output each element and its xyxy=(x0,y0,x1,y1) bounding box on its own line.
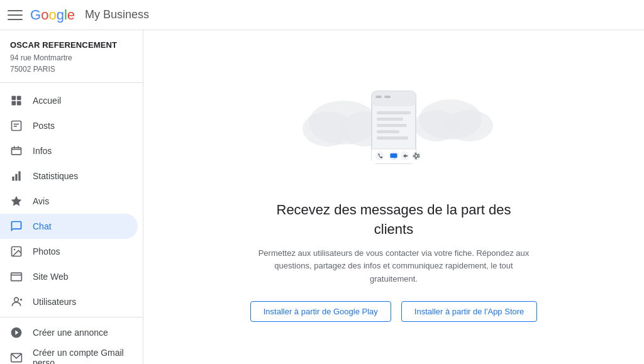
stats-icon xyxy=(10,170,23,182)
posts-icon xyxy=(10,119,23,132)
svg-point-16 xyxy=(14,249,15,251)
nav-divider xyxy=(0,317,143,317)
sidebar-item-photos-label: Photos xyxy=(33,246,60,256)
svg-rect-0 xyxy=(12,96,16,101)
business-info: OSCAR REFERENCEMENT 94 rue Montmartre 75… xyxy=(0,30,143,83)
svg-rect-30 xyxy=(372,91,416,106)
users-icon xyxy=(10,295,23,308)
website-icon xyxy=(10,270,23,283)
sidebar-item-site-web-label: Site Web xyxy=(33,272,69,282)
content-area: Recevez des messages de la part des clie… xyxy=(143,30,644,364)
app-title: My Business xyxy=(85,8,149,21)
svg-rect-35 xyxy=(377,124,407,127)
sidebar-item-avis-label: Avis xyxy=(33,196,49,206)
svg-point-28 xyxy=(445,110,493,141)
photos-icon xyxy=(10,245,23,258)
svg-rect-37 xyxy=(377,136,408,140)
sidebar-item-chat-label: Chat xyxy=(33,221,52,231)
sidebar-item-avis[interactable]: Avis xyxy=(0,189,138,214)
star-icon xyxy=(10,195,23,207)
svg-rect-2 xyxy=(12,101,16,106)
svg-rect-34 xyxy=(377,118,403,121)
chat-promo: Recevez des messages de la part des clie… xyxy=(243,60,545,334)
svg-rect-31 xyxy=(375,96,382,98)
promo-illustration xyxy=(280,72,507,185)
address-line2: 75002 PARIS xyxy=(10,65,55,74)
sidebar-item-posts[interactable]: Posts xyxy=(0,113,138,138)
main-layout: OSCAR REFERENCEMENT 94 rue Montmartre 75… xyxy=(0,30,644,364)
home-icon xyxy=(10,94,23,107)
infos-icon xyxy=(10,145,23,157)
sidebar-item-creer-gmail-label: Créer un compte Gmail perso... xyxy=(33,348,128,364)
sidebar-item-posts-label: Posts xyxy=(33,121,55,131)
sidebar-item-accueil-label: Accueil xyxy=(33,96,61,106)
sidebar-item-chat[interactable]: Chat xyxy=(0,214,138,239)
sidebar-item-creer-gmail[interactable]: Créer un compte Gmail perso... xyxy=(0,345,138,364)
sidebar-item-accueil[interactable]: Accueil xyxy=(0,88,138,113)
svg-marker-14 xyxy=(11,196,22,206)
svg-rect-7 xyxy=(12,148,21,155)
sidebar-item-utilisateurs[interactable]: Utilisateurs xyxy=(0,289,138,314)
sidebar-item-creer-annonce-label: Créer une annonce xyxy=(33,328,108,338)
svg-rect-11 xyxy=(12,177,14,181)
svg-point-40 xyxy=(375,152,384,160)
svg-rect-36 xyxy=(377,130,399,133)
svg-rect-3 xyxy=(17,101,21,106)
chat-icon xyxy=(10,220,23,233)
svg-rect-13 xyxy=(18,172,20,181)
sidebar-item-statistiques[interactable]: Statistiques xyxy=(0,163,138,189)
annonce-icon xyxy=(10,326,23,339)
promo-title: Recevez des messages de la part des clie… xyxy=(255,201,532,240)
business-name: OSCAR REFERENCEMENT xyxy=(10,40,133,50)
app-store-button[interactable]: Installer à partir de l'App Store xyxy=(401,301,537,322)
address-line1: 94 rue Montmartre xyxy=(10,53,72,62)
sidebar: OSCAR REFERENCEMENT 94 rue Montmartre 75… xyxy=(0,30,143,364)
gmail-icon xyxy=(10,351,23,364)
topbar: Google My Business xyxy=(0,0,644,30)
sidebar-item-utilisateurs-label: Utilisateurs xyxy=(33,297,76,307)
illustration xyxy=(280,72,507,185)
svg-rect-1 xyxy=(17,96,21,101)
promo-description: Permettez aux utilisateurs de vous conta… xyxy=(255,247,532,286)
sidebar-item-infos-label: Infos xyxy=(33,146,52,156)
sidebar-item-infos[interactable]: Infos xyxy=(0,138,138,163)
svg-rect-17 xyxy=(11,273,22,281)
svg-rect-33 xyxy=(377,111,411,114)
hamburger-menu[interactable] xyxy=(8,8,23,23)
svg-rect-32 xyxy=(384,96,391,98)
svg-point-19 xyxy=(14,297,19,302)
google-play-button[interactable]: Installer à partir de Google Play xyxy=(250,301,391,322)
google-logo: Google xyxy=(30,7,75,23)
business-address: 94 rue Montmartre 75002 PARIS xyxy=(10,52,133,75)
sidebar-item-creer-annonce[interactable]: Créer une annonce xyxy=(0,320,138,345)
svg-rect-12 xyxy=(15,174,17,181)
promo-buttons: Installer à partir de Google Play Instal… xyxy=(250,301,538,322)
nav-list: Accueil Posts Infos Sta xyxy=(0,83,143,364)
sidebar-item-photos[interactable]: Photos xyxy=(0,239,138,264)
sidebar-item-site-web[interactable]: Site Web xyxy=(0,264,138,289)
sidebar-item-statistiques-label: Statistiques xyxy=(33,171,78,181)
